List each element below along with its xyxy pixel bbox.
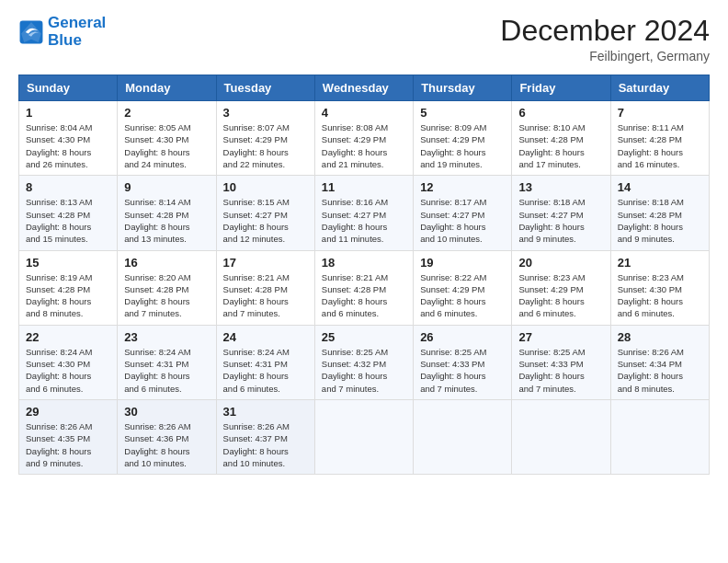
day-number: 10 [223,180,308,194]
day-info: Sunrise: 8:26 AM Sunset: 4:35 PM Dayligh… [26,420,110,469]
day-info: Sunrise: 8:09 AM Sunset: 4:29 PM Dayligh… [420,121,505,170]
calendar-week-row: 29Sunrise: 8:26 AM Sunset: 4:35 PM Dayli… [19,399,710,474]
day-number: 9 [124,180,209,194]
day-info: Sunrise: 8:11 AM Sunset: 4:28 PM Dayligh… [618,121,702,170]
day-number: 14 [618,180,702,194]
day-info: Sunrise: 8:15 AM Sunset: 4:27 PM Dayligh… [223,196,308,245]
day-number: 15 [26,256,110,270]
day-number: 11 [322,180,406,194]
calendar-cell: 31Sunrise: 8:26 AM Sunset: 4:37 PM Dayli… [216,399,314,474]
day-info: Sunrise: 8:26 AM Sunset: 4:36 PM Dayligh… [124,420,209,469]
day-info: Sunrise: 8:18 AM Sunset: 4:27 PM Dayligh… [518,196,603,245]
day-info: Sunrise: 8:23 AM Sunset: 4:30 PM Dayligh… [618,271,702,320]
day-info: Sunrise: 8:17 AM Sunset: 4:27 PM Dayligh… [420,196,505,245]
weekday-header-tuesday: Tuesday [216,75,314,101]
day-info: Sunrise: 8:04 AM Sunset: 4:30 PM Dayligh… [26,121,110,170]
calendar-cell: 24Sunrise: 8:24 AM Sunset: 4:31 PM Dayli… [216,325,314,399]
day-info: Sunrise: 8:21 AM Sunset: 4:28 PM Dayligh… [223,271,308,320]
day-number: 26 [420,330,505,344]
calendar-cell: 16Sunrise: 8:20 AM Sunset: 4:28 PM Dayli… [118,250,216,325]
day-info: Sunrise: 8:21 AM Sunset: 4:28 PM Dayligh… [322,271,406,320]
calendar-week-row: 1Sunrise: 8:04 AM Sunset: 4:30 PM Daylig… [19,101,710,176]
day-info: Sunrise: 8:24 AM Sunset: 4:30 PM Dayligh… [26,346,110,395]
day-info: Sunrise: 8:26 AM Sunset: 4:34 PM Dayligh… [618,346,702,395]
logo-text: General Blue [48,15,106,49]
calendar-cell: 23Sunrise: 8:24 AM Sunset: 4:31 PM Dayli… [118,325,216,399]
day-number: 1 [26,106,110,120]
day-number: 28 [618,330,702,344]
day-number: 7 [618,106,702,120]
day-info: Sunrise: 8:26 AM Sunset: 4:37 PM Dayligh… [223,420,308,469]
calendar-cell: 1Sunrise: 8:04 AM Sunset: 4:30 PM Daylig… [19,101,118,176]
day-info: Sunrise: 8:23 AM Sunset: 4:29 PM Dayligh… [518,271,603,320]
weekday-header-wednesday: Wednesday [314,75,413,101]
day-info: Sunrise: 8:19 AM Sunset: 4:28 PM Dayligh… [26,271,110,320]
calendar-week-row: 22Sunrise: 8:24 AM Sunset: 4:30 PM Dayli… [19,325,710,399]
day-info: Sunrise: 8:25 AM Sunset: 4:32 PM Dayligh… [322,346,406,395]
weekday-header-monday: Monday [118,75,216,101]
day-number: 12 [420,180,505,194]
calendar-cell: 21Sunrise: 8:23 AM Sunset: 4:30 PM Dayli… [610,250,709,325]
day-number: 16 [124,256,209,270]
day-info: Sunrise: 8:14 AM Sunset: 4:28 PM Dayligh… [124,196,209,245]
calendar: SundayMondayTuesdayWednesdayThursdayFrid… [18,75,710,475]
calendar-cell: 20Sunrise: 8:23 AM Sunset: 4:29 PM Dayli… [512,250,610,325]
calendar-cell: 25Sunrise: 8:25 AM Sunset: 4:32 PM Dayli… [314,325,413,399]
calendar-cell: 4Sunrise: 8:08 AM Sunset: 4:29 PM Daylig… [314,101,413,176]
calendar-week-row: 15Sunrise: 8:19 AM Sunset: 4:28 PM Dayli… [19,250,710,325]
location: Feilbingert, Germany [500,49,710,63]
weekday-header-saturday: Saturday [610,75,709,101]
day-info: Sunrise: 8:05 AM Sunset: 4:30 PM Dayligh… [124,121,209,170]
calendar-cell: 5Sunrise: 8:09 AM Sunset: 4:29 PM Daylig… [414,101,512,176]
weekday-header-row: SundayMondayTuesdayWednesdayThursdayFrid… [19,75,710,101]
day-info: Sunrise: 8:10 AM Sunset: 4:28 PM Dayligh… [518,121,603,170]
day-number: 19 [420,256,505,270]
calendar-cell: 10Sunrise: 8:15 AM Sunset: 4:27 PM Dayli… [216,176,314,250]
day-number: 3 [223,106,308,120]
calendar-cell [414,399,512,474]
calendar-cell: 13Sunrise: 8:18 AM Sunset: 4:27 PM Dayli… [512,176,610,250]
calendar-cell: 9Sunrise: 8:14 AM Sunset: 4:28 PM Daylig… [118,176,216,250]
weekday-header-friday: Friday [512,75,610,101]
calendar-cell: 2Sunrise: 8:05 AM Sunset: 4:30 PM Daylig… [118,101,216,176]
day-number: 25 [322,330,406,344]
calendar-cell [314,399,413,474]
day-number: 21 [618,256,702,270]
title-block: December 2024 Feilbingert, Germany [500,15,710,63]
day-info: Sunrise: 8:25 AM Sunset: 4:33 PM Dayligh… [518,346,603,395]
day-info: Sunrise: 8:22 AM Sunset: 4:29 PM Dayligh… [420,271,505,320]
day-info: Sunrise: 8:08 AM Sunset: 4:29 PM Dayligh… [322,121,406,170]
calendar-week-row: 8Sunrise: 8:13 AM Sunset: 4:28 PM Daylig… [19,176,710,250]
day-number: 24 [223,330,308,344]
day-number: 30 [124,405,209,419]
logo: General Blue [18,15,106,49]
weekday-header-sunday: Sunday [19,75,118,101]
day-info: Sunrise: 8:24 AM Sunset: 4:31 PM Dayligh… [124,346,209,395]
calendar-cell [610,399,709,474]
calendar-cell: 28Sunrise: 8:26 AM Sunset: 4:34 PM Dayli… [610,325,709,399]
calendar-cell: 27Sunrise: 8:25 AM Sunset: 4:33 PM Dayli… [512,325,610,399]
calendar-cell: 15Sunrise: 8:19 AM Sunset: 4:28 PM Dayli… [19,250,118,325]
day-info: Sunrise: 8:20 AM Sunset: 4:28 PM Dayligh… [124,271,209,320]
calendar-cell [512,399,610,474]
day-number: 27 [518,330,603,344]
day-number: 20 [518,256,603,270]
day-number: 2 [124,106,209,120]
day-number: 13 [518,180,603,194]
calendar-cell: 30Sunrise: 8:26 AM Sunset: 4:36 PM Dayli… [118,399,216,474]
day-number: 31 [223,405,308,419]
day-number: 5 [420,106,505,120]
day-info: Sunrise: 8:25 AM Sunset: 4:33 PM Dayligh… [420,346,505,395]
day-number: 17 [223,256,308,270]
calendar-cell: 18Sunrise: 8:21 AM Sunset: 4:28 PM Dayli… [314,250,413,325]
calendar-cell: 19Sunrise: 8:22 AM Sunset: 4:29 PM Dayli… [414,250,512,325]
day-info: Sunrise: 8:16 AM Sunset: 4:27 PM Dayligh… [322,196,406,245]
day-number: 29 [26,405,110,419]
page-header: General Blue December 2024 Feilbingert, … [18,15,710,63]
calendar-cell: 22Sunrise: 8:24 AM Sunset: 4:30 PM Dayli… [19,325,118,399]
calendar-cell: 17Sunrise: 8:21 AM Sunset: 4:28 PM Dayli… [216,250,314,325]
day-number: 6 [518,106,603,120]
day-number: 18 [322,256,406,270]
calendar-cell: 26Sunrise: 8:25 AM Sunset: 4:33 PM Dayli… [414,325,512,399]
calendar-cell: 3Sunrise: 8:07 AM Sunset: 4:29 PM Daylig… [216,101,314,176]
